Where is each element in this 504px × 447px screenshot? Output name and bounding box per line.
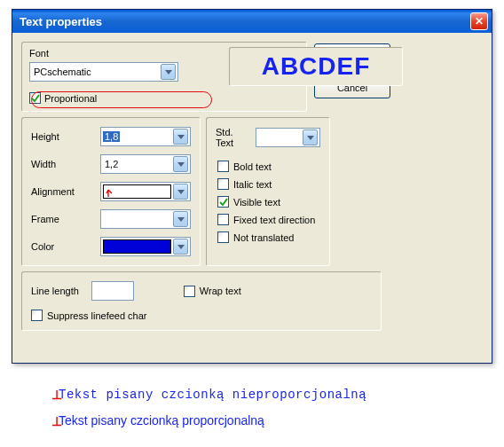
width-value: 1,2	[103, 159, 118, 169]
font-select[interactable]: PCschematic	[29, 62, 178, 82]
frame-select[interactable]	[100, 209, 191, 229]
stdtext-select[interactable]	[256, 128, 320, 147]
line-length-label: Line length	[31, 286, 79, 296]
fixed-checkbox[interactable]	[217, 214, 229, 225]
line-panel: Line length Wrap text Suppress linefeed …	[21, 271, 382, 331]
wrap-checkbox[interactable]	[184, 286, 195, 297]
chevron-down-icon[interactable]	[173, 184, 188, 200]
width-label: Width	[31, 159, 100, 169]
metrics-panel: Height 1,8 Width 1,2 A	[21, 117, 201, 266]
color-select[interactable]	[100, 237, 191, 256]
wrap-label: Wrap text	[200, 286, 241, 296]
bold-checkbox[interactable]	[217, 161, 229, 172]
line-length-input[interactable]	[91, 281, 134, 301]
titlebar: Text properties ✕	[12, 10, 492, 33]
bold-label: Bold text	[233, 161, 272, 172]
italic-label: Italic text	[233, 179, 272, 190]
alignment-sample	[103, 184, 171, 199]
width-select[interactable]: 1,2	[100, 154, 191, 174]
color-sample	[103, 239, 171, 254]
chevron-down-icon[interactable]	[161, 64, 176, 80]
close-icon: ✕	[475, 16, 484, 27]
chevron-down-icon[interactable]	[173, 211, 188, 227]
fixed-label: Fixed text direction	[233, 215, 315, 225]
frame-label: Frame	[31, 214, 100, 224]
height-label: Height	[31, 131, 100, 142]
close-button[interactable]: ✕	[470, 12, 488, 30]
chevron-down-icon[interactable]	[173, 156, 188, 172]
preview-text: ABCDEF	[262, 52, 371, 81]
line-length-field[interactable]	[94, 286, 131, 296]
frame-sample	[103, 212, 171, 226]
anchor-icon: ⊥	[51, 388, 59, 402]
preview-panel: ABCDEF	[229, 47, 403, 86]
proportional-label: Proportional	[44, 93, 97, 104]
visible-label: Visible text	[233, 197, 280, 208]
visible-checkbox[interactable]	[217, 196, 229, 208]
alignment-select[interactable]	[100, 182, 191, 201]
proportional-checkbox[interactable]	[29, 92, 41, 104]
chevron-down-icon[interactable]	[173, 239, 188, 255]
italic-checkbox[interactable]	[217, 178, 229, 190]
height-value: 1,8	[103, 131, 120, 142]
footer-prop-text: ⊥Tekst pisany czcionką proporcjonalną	[51, 413, 495, 427]
proportional-row: Proportional	[29, 92, 299, 104]
chevron-down-icon[interactable]	[303, 129, 318, 145]
height-select[interactable]: 1,8	[100, 127, 191, 146]
suppress-label: Suppress linefeed char	[47, 310, 147, 321]
nottranslated-checkbox[interactable]	[217, 231, 229, 243]
stdtext-panel: Std. Text Bold text Itali	[206, 117, 330, 266]
chevron-down-icon[interactable]	[173, 129, 188, 145]
font-select-value: PCschematic	[32, 67, 91, 77]
alignment-label: Alignment	[31, 186, 100, 197]
window-title: Text properties	[20, 15, 102, 28]
anchor-icon: ⊥	[51, 414, 59, 428]
suppress-checkbox[interactable]	[31, 310, 43, 321]
footer-mono-text: ⊥Tekst pisany czcionką nieproporcjonalną	[51, 387, 495, 402]
nottranslated-label: Not translated	[233, 232, 294, 243]
stdtext-label: Std. Text	[216, 127, 247, 148]
text-properties-dialog: Text properties ✕ Font PCschematic Pro	[12, 9, 492, 364]
color-label: Color	[31, 241, 100, 252]
